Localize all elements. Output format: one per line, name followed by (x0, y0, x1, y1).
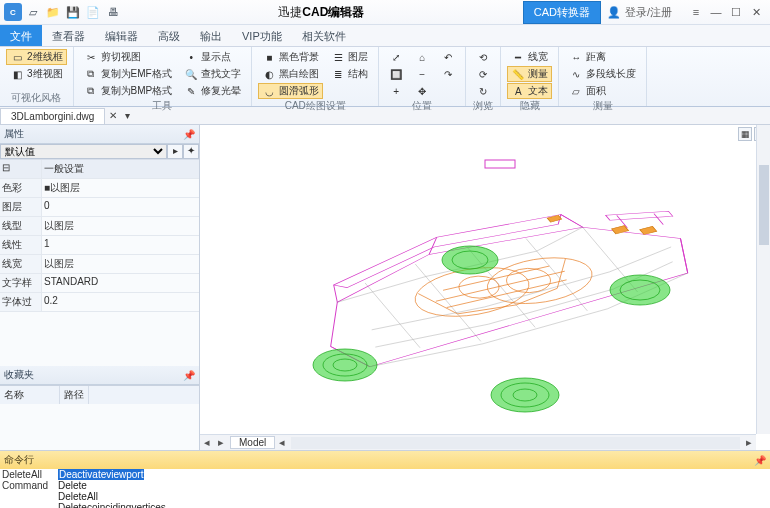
scrollbar-horizontal[interactable] (291, 437, 740, 449)
document-tab[interactable]: 3DLamborgini.dwg (0, 108, 105, 124)
ribbon-btn-txt[interactable]: A文本 (507, 83, 552, 99)
viewport[interactable]: ▦ ✕ (200, 125, 770, 450)
new-icon[interactable]: ▱ (26, 5, 40, 19)
ribbon-btn-pan[interactable]: ✥ (411, 83, 433, 99)
tab-next-icon[interactable]: ▸ (214, 436, 228, 449)
command-history-line: Deletecoincidingvertices (2, 502, 768, 508)
ribbon-btn-dst[interactable]: ↔距离 (565, 49, 640, 65)
tab-advanced[interactable]: 高级 (148, 25, 190, 46)
ribbon-btn-wf2d[interactable]: ▭2维线框 (6, 49, 67, 65)
lyr-icon: ☰ (331, 50, 345, 64)
ribbon-btn-dot[interactable]: •显示点 (180, 49, 245, 65)
command-history-line: CommandDelete (2, 480, 768, 491)
blk-icon: ■ (262, 50, 276, 64)
ribbon-btn-fit[interactable]: ⤢ (385, 49, 407, 65)
tab-editor[interactable]: 编辑器 (95, 25, 148, 46)
are-icon: ▱ (569, 84, 583, 98)
save-icon[interactable]: 💾 (66, 5, 80, 19)
ribbon-btn-copy[interactable]: ⧉复制为EMF格式 (80, 66, 177, 82)
txt-icon: A (511, 84, 525, 98)
property-row[interactable]: 线型以图层 (0, 217, 199, 236)
ribbon-btn-und[interactable]: ↶ (437, 49, 459, 65)
pin-icon[interactable]: 📌 (183, 370, 195, 381)
tab-prev-icon[interactable]: ◂ (200, 436, 214, 449)
settings-icon[interactable]: ≡ (686, 4, 706, 20)
cad-converter-button[interactable]: CAD转换器 (523, 1, 601, 24)
ribbon-btn-str[interactable]: ≣结构 (327, 66, 372, 82)
ribbon-btn-ms[interactable]: 📏测量 (507, 66, 552, 82)
property-row[interactable]: 色彩■以图层 (0, 179, 199, 198)
zin-icon: + (389, 84, 403, 98)
svg-rect-17 (485, 160, 515, 168)
property-row[interactable]: 文字样STANDARD (0, 274, 199, 293)
ribbon-btn-copy[interactable]: ⧉复制为BMP格式 (80, 83, 177, 99)
property-row[interactable]: 线宽以图层 (0, 255, 199, 274)
pin-icon[interactable]: 📌 (183, 129, 195, 140)
fit-icon: ⤢ (389, 50, 403, 64)
ribbon-btn-zout[interactable]: − (411, 66, 433, 82)
property-selector[interactable]: 默认值 (0, 144, 167, 159)
property-row[interactable]: 字体过0.2 (0, 293, 199, 312)
ribbon-btn-find[interactable]: 🔍查找文字 (180, 66, 245, 82)
pin-icon[interactable]: 📌 (754, 455, 766, 466)
ribbon-btn-home[interactable]: ⌂ (411, 49, 433, 65)
pll-icon: ∿ (569, 67, 583, 81)
ribbon-btn-zin[interactable]: + (385, 83, 407, 99)
ribbon-btn-bl[interactable]: ↻ (472, 83, 494, 99)
tab-vip[interactable]: VIP功能 (232, 25, 292, 46)
property-row[interactable]: 图层0 (0, 198, 199, 217)
ribbon-group-label: CAD绘图设置 (258, 99, 372, 114)
ribbon-btn-lyr[interactable]: ☰图层 (327, 49, 372, 65)
tab-file[interactable]: 文件 (0, 25, 42, 46)
fav-col-path[interactable]: 路径 (60, 386, 89, 404)
tab-output[interactable]: 输出 (190, 25, 232, 46)
zwin-icon: 🔲 (389, 67, 403, 81)
open-icon[interactable]: 📁 (46, 5, 60, 19)
ribbon-btn-bb[interactable]: ⟳ (472, 66, 494, 82)
zout-icon: − (415, 67, 429, 81)
wf3d-icon: ◧ (10, 67, 24, 81)
fav-col-name[interactable]: 名称 (0, 386, 60, 404)
login-link[interactable]: 👤 登录/注册 (607, 5, 672, 20)
ribbon-btn-fix[interactable]: ✎修复光晕 (180, 83, 245, 99)
print-icon[interactable]: 🖶 (106, 5, 120, 19)
document-tab-close-icon[interactable]: ✕ (105, 110, 121, 121)
bb-icon: ⟳ (476, 67, 490, 81)
ribbon-btn-lw[interactable]: ━线宽 (507, 49, 552, 65)
property-row[interactable]: 线性1 (0, 236, 199, 255)
ribbon-btn-pll[interactable]: ∿多段线长度 (565, 66, 640, 82)
ribbon-btn-arc[interactable]: ◡圆滑弧形 (258, 83, 323, 99)
command-header: 命令行📌 (0, 451, 770, 469)
tab-related[interactable]: 相关软件 (292, 25, 356, 46)
ribbon-btn-bf[interactable]: ⟲ (472, 49, 494, 65)
close-button[interactable]: ✕ (746, 4, 766, 20)
prop-btn-b[interactable]: ✦ (183, 144, 199, 159)
ribbon-btn-are[interactable]: ▱面积 (565, 83, 640, 99)
ribbon-btn-wf3d[interactable]: ◧3维视图 (6, 66, 67, 82)
svg-point-13 (442, 246, 498, 274)
property-grid: ⊟一般设置 色彩■以图层图层0线型以图层线性1线宽以图层文字样STANDARD字… (0, 160, 199, 312)
ribbon-group-label: 位置 (385, 99, 459, 114)
minimize-button[interactable]: — (706, 4, 726, 20)
saveas-icon[interactable]: 📄 (86, 5, 100, 19)
maximize-button[interactable]: ☐ (726, 4, 746, 20)
ribbon-btn-blk[interactable]: ■黑色背景 (258, 49, 323, 65)
lw-icon: ━ (511, 50, 525, 64)
scroll-left-icon[interactable]: ◂ (275, 436, 289, 449)
chevron-down-icon[interactable]: ▾ (121, 110, 134, 121)
model-tab[interactable]: Model (230, 436, 275, 449)
ribbon-btn-scis[interactable]: ✂剪切视图 (80, 49, 177, 65)
ribbon-btn-red[interactable]: ↷ (437, 66, 459, 82)
tab-viewer[interactable]: 查看器 (42, 25, 95, 46)
command-history-line: DeleteAll (2, 491, 768, 502)
ribbon-btn-zwin[interactable]: 🔲 (385, 66, 407, 82)
bl-icon: ↻ (476, 84, 490, 98)
viewport-tool-a[interactable]: ▦ (738, 127, 752, 141)
scis-icon: ✂ (84, 50, 98, 64)
ribbon-btn-bw[interactable]: ◐黑白绘图 (258, 66, 323, 82)
dot-icon: • (184, 50, 198, 64)
scroll-right-icon[interactable]: ▸ (742, 436, 756, 449)
prop-btn-a[interactable]: ▸ (167, 144, 183, 159)
scrollbar-vertical[interactable] (756, 125, 770, 434)
command-history-line: DeleteAllDeactivateviewport (2, 469, 768, 480)
